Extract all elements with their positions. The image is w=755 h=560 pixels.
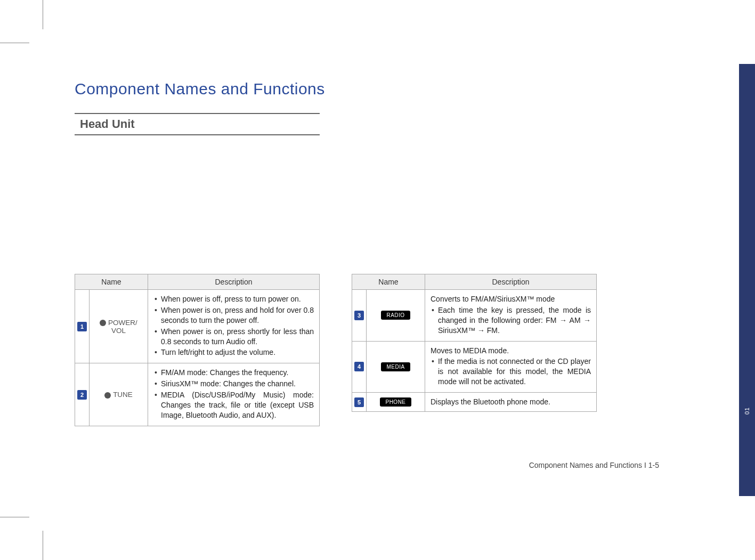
description-item: MEDIA (Disc/USB/iPod/My Music) mode: Cha… [153,390,314,420]
description-list: Each time the key is pressed, the mode i… [431,305,591,336]
description-cell: Moves to MEDIA mode.If the media is not … [425,341,597,393]
description-item: If the media is not connected or the CD … [431,356,591,387]
description-cell: FM/AM mode: Changes the frequency.Sirius… [148,363,320,426]
table-row: 4MEDIAMoves to MEDIA mode.If the media i… [352,341,597,393]
description-text: Displays the Bluetooth phone mode. [431,397,591,407]
description-cell: Converts to FM/AM/SiriusXM™ modeEach tim… [425,290,597,342]
index-badge: 4 [354,362,364,371]
description-intro: Converts to FM/AM/SiriusXM™ mode [431,294,591,304]
name-cell: PHONE [367,393,425,412]
index-badge: 2 [77,390,87,400]
description-item: When power is on, press shortly for less… [153,327,314,347]
index-badge: 3 [354,311,364,320]
th-description: Description [148,274,320,290]
th-name: Name [352,274,425,290]
sub-heading: Head Unit [75,113,320,135]
name-cell: MEDIA [367,341,425,393]
table-row: 2TUNEFM/AM mode: Changes the frequency.S… [75,363,320,426]
table-row: 1POWER/VOLWhen power is off, press to tu… [75,290,320,363]
description-item: Turn left/right to adjust the volume. [153,347,314,358]
table-row: 5PHONEDisplays the Bluetooth phone mode. [352,393,597,412]
index-badge: 5 [354,397,364,407]
component-name-label: POWER/VOL [108,319,137,335]
hard-button-label: RADIO [381,311,410,320]
chapter-tab-label: 01 [739,400,755,421]
right-column: Name Description 3RADIOConverts to FM/AM… [352,274,597,426]
description-cell: When power is off, press to turn power o… [148,290,320,363]
description-list: When power is off, press to turn power o… [153,294,314,358]
component-name-label: TUNE [113,391,133,399]
name-cell: POWER/VOL [90,290,148,363]
components-table-right: Name Description 3RADIOConverts to FM/AM… [352,274,597,412]
description-item: When power is on, press and hold for ove… [153,305,314,326]
description-intro: Moves to MEDIA mode. [431,346,591,356]
index-badge: 1 [77,322,87,331]
hard-button-label: MEDIA [381,362,410,371]
description-item: When power is off, press to turn power o… [153,294,314,304]
description-cell: Displays the Bluetooth phone mode. [425,393,597,412]
description-item: FM/AM mode: Changes the frequency. [153,368,314,378]
name-cell: RADIO [367,290,425,342]
left-column: Name Description 1POWER/VOLWhen power is… [75,274,320,426]
th-name: Name [75,274,148,290]
table-row: 3RADIOConverts to FM/AM/SiriusXM™ modeEa… [352,290,597,342]
page-footer: Component Names and Functions I 1-5 [529,461,659,469]
th-description: Description [425,274,597,290]
description-item: SiriusXM™ mode: Changes the channel. [153,379,314,389]
description-item: Each time the key is pressed, the mode i… [431,305,591,336]
name-cell: TUNE [90,363,148,426]
hard-button-label: PHONE [380,397,411,407]
knob-icon [100,320,106,326]
description-list: FM/AM mode: Changes the frequency.Sirius… [153,368,314,420]
knob-icon [104,392,111,399]
section-title: Component Names and Functions [75,80,659,98]
side-tab [739,64,755,496]
components-table-left: Name Description 1POWER/VOLWhen power is… [75,274,320,426]
description-list: If the media is not connected or the CD … [431,356,591,387]
